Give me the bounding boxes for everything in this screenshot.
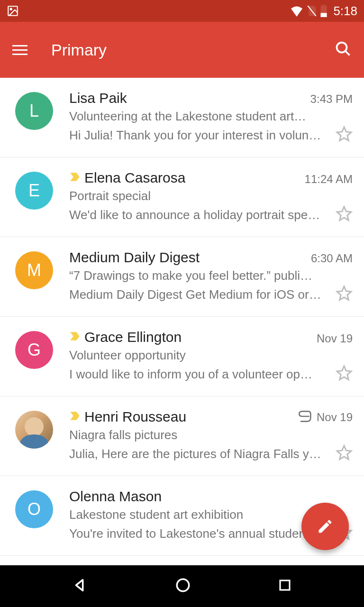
timestamp: Nov 19 [317, 332, 353, 345]
timestamp: 11:24 AM [305, 173, 353, 186]
svg-line-7 [346, 51, 350, 55]
page-title: Primary [51, 41, 335, 59]
svg-rect-4 [321, 13, 327, 17]
preview: You're invited to Lakestone's annual stu… [69, 526, 331, 541]
home-button[interactable] [175, 577, 191, 595]
subject: Niagra falls pictures [69, 428, 353, 442]
status-time: 5:18 [333, 4, 357, 18]
email-item[interactable]: Henri RousseauNov 19Niagra falls picture… [0, 396, 364, 476]
star-button[interactable] [336, 205, 353, 224]
sender-name: Medium Daily Digest [69, 249, 200, 266]
avatar[interactable]: E [15, 172, 53, 210]
sender-name: Grace Ellington [84, 329, 182, 345]
timestamp: Nov 19 [317, 411, 353, 424]
preview: I would like to inform you of a voluntee… [69, 367, 331, 382]
preview: Medium Daily Digest Get Medium for iOS o… [69, 287, 331, 302]
sender-name: Lisa Paik [69, 90, 127, 106]
navigation-bar [0, 565, 364, 607]
svg-rect-5 [322, 5, 326, 6]
recent-icon [278, 578, 292, 592]
star-button[interactable] [336, 444, 353, 463]
sender-name: Elena Casarosa [84, 170, 185, 186]
svg-point-8 [177, 579, 189, 591]
star-button[interactable] [336, 365, 353, 384]
important-icon [69, 410, 82, 424]
email-item[interactable]: LLisa Paik3:43 PMVolunteering at the Lak… [0, 78, 364, 157]
compose-button[interactable] [301, 503, 349, 550]
email-content: Elena Casarosa11:24 AMPortrait specialWe… [69, 170, 353, 224]
email-item[interactable]: EElena Casarosa11:24 AMPortrait specialW… [0, 157, 364, 237]
avatar[interactable] [15, 411, 53, 449]
svg-rect-9 [280, 580, 290, 590]
home-icon [175, 577, 191, 593]
email-content: Medium Daily Digest6:30 AM“7 Drawings to… [69, 249, 353, 304]
app-bar: Primary [0, 22, 364, 78]
email-list: LLisa Paik3:43 PMVolunteering at the Lak… [0, 78, 364, 556]
status-bar: 5:18 [0, 0, 364, 22]
important-icon [69, 330, 82, 344]
recent-button[interactable] [278, 578, 292, 594]
subject: “7 Drawings to make you feel better.” pu… [69, 268, 353, 283]
battery-icon [320, 5, 328, 17]
avatar[interactable]: G [15, 331, 53, 369]
photo-icon [7, 5, 19, 17]
subject: Volunteer opportunity [69, 348, 353, 363]
star-button[interactable] [336, 285, 353, 304]
email-content: Henri RousseauNov 19Niagra falls picture… [69, 409, 353, 463]
email-item[interactable]: GGrace EllingtonNov 19Volunteer opportun… [0, 317, 364, 396]
avatar[interactable]: M [15, 251, 53, 289]
sender-name: Olenna Mason [69, 488, 162, 505]
wifi-icon [290, 5, 304, 17]
menu-button[interactable] [12, 45, 27, 55]
search-icon [335, 40, 352, 57]
timestamp: 3:43 PM [310, 92, 353, 106]
email-item[interactable]: MMedium Daily Digest6:30 AM“7 Drawings t… [0, 237, 364, 317]
email-content: Grace EllingtonNov 19Volunteer opportuni… [69, 329, 353, 384]
pencil-icon [317, 518, 334, 535]
avatar[interactable]: O [15, 490, 53, 528]
timestamp: 6:30 AM [311, 252, 353, 265]
preview: We'd like to announce a holiday portrait… [69, 208, 331, 222]
svg-point-1 [10, 9, 12, 10]
avatar[interactable]: L [15, 92, 53, 130]
no-sim-icon [307, 5, 317, 17]
attachment-icon [297, 411, 312, 424]
subject: Volunteering at the Lakestone student ar… [69, 109, 353, 124]
back-icon [72, 577, 88, 593]
preview: Hi Julia! Thank you for your interest in… [69, 128, 331, 143]
search-button[interactable] [335, 40, 352, 59]
important-icon [69, 171, 82, 185]
subject: Portrait special [69, 189, 353, 203]
email-content: Lisa Paik3:43 PMVolunteering at the Lake… [69, 90, 353, 145]
svg-point-6 [337, 43, 347, 53]
star-button[interactable] [336, 126, 353, 145]
preview: Julia, Here are the pictures of Niagra F… [69, 447, 331, 461]
back-button[interactable] [72, 577, 88, 595]
sender-name: Henri Rousseau [84, 409, 186, 425]
